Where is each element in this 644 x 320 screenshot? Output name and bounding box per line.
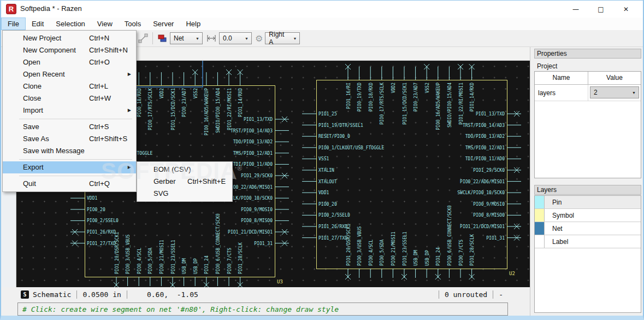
svg-text:USB_DP: USB_DP (425, 250, 430, 266)
menubar: FileEditSelectionViewToolsServerHelp (1, 18, 643, 30)
menu-item-bom-csv-[interactable]: BOM (CSV) (137, 164, 232, 176)
menu-item-label: BOM (CSV) (153, 165, 191, 173)
net-class-select[interactable]: Net ▼ (170, 32, 203, 44)
svg-text:SWDIO/PIO0_15/AD4: SWDIO/PIO0_15/AD4 (447, 83, 452, 127)
layer-row-net[interactable]: Net (535, 222, 641, 235)
svg-text:PIO0_7/CTS: PIO0_7/CTS (227, 248, 232, 274)
svg-text:PIO1_31: PIO1_31 (486, 236, 505, 241)
layers-header: Layers (534, 185, 641, 195)
net-class-icon[interactable] (157, 33, 168, 44)
svg-text:PIO1_24: PIO1_24 (436, 247, 441, 266)
menu-item-new-project[interactable]: New ProjectCtrl+N (3, 32, 136, 44)
svg-text:PIO0_17/RTS/SCLK: PIO0_17/RTS/SCLK (380, 83, 385, 125)
svg-text:PIO0_20: PIO0_20 (87, 207, 105, 212)
svg-text:PIO1_27/TXD: PIO1_27/TXD (318, 236, 347, 241)
menu-item-save-as[interactable]: Save AsCtrl+Shift+S (3, 133, 136, 145)
layer-label: Net (545, 222, 563, 235)
layer-row-label[interactable]: Label (535, 235, 641, 248)
menu-item-open[interactable]: OpenCtrl+O (3, 56, 136, 68)
layers-list: PinSymbolNetLabel (534, 195, 641, 313)
svg-text:RESET/PIO0_0: RESET/PIO0_0 (318, 134, 350, 139)
close-button[interactable]: ✕ (613, 1, 639, 18)
wire-width-select[interactable]: 0.0 ▼ (219, 32, 252, 44)
svg-text:PIO0_4/SCL: PIO0_4/SCL (137, 248, 142, 274)
menu-item-label: Quit (23, 179, 36, 188)
menubar-item-tools[interactable]: Tools (119, 18, 147, 30)
menubar-item-help[interactable]: Help (180, 18, 206, 30)
menu-item-label: Gerber (153, 177, 175, 185)
menu-item-import[interactable]: Import▶ (3, 104, 136, 117)
menu-item-shortcut: Ctrl+W (89, 92, 111, 104)
minimize-button[interactable]: — (563, 1, 588, 18)
menu-item-save-with-message[interactable]: Save with Message (3, 145, 136, 157)
menu-item-new-component[interactable]: New ComponentCtrl+Shift+N (3, 44, 136, 56)
menu-item-shortcut: Ctrl+Q (89, 178, 110, 190)
svg-text:TMS/PIO0_12/AD1: TMS/PIO0_12/AD1 (233, 151, 273, 156)
menu-item-open-recent[interactable]: Open Recent▶ (3, 68, 136, 80)
svg-text:PIO1_23/SSEL1: PIO1_23/SSEL1 (171, 240, 176, 274)
align-value: Right A (269, 31, 288, 46)
svg-text:PIO1_13/TXD: PIO1_13/TXD (476, 112, 505, 117)
menu-item-quit[interactable]: QuitCtrl+Q (3, 178, 136, 190)
svg-text:PIO0_1/CLKOUT/USB_FTOGGLE: PIO0_1/CLKOUT/USB_FTOGGLE (318, 146, 385, 150)
svg-text:XTALIN: XTALIN (318, 168, 334, 173)
menu-item-gerber[interactable]: GerberCtrl+Shift+E (137, 176, 232, 188)
svg-text:PIO1_21/DCD/MISO1: PIO1_21/DCD/MISO1 (460, 224, 505, 229)
svg-text:TMS/PIO0_12/AD1: TMS/PIO0_12/AD1 (465, 146, 505, 150)
svg-text:PIO1_22/RI/MOSI1: PIO1_22/RI/MOSI1 (227, 88, 232, 130)
layer-color-swatch (535, 196, 545, 208)
menu-item-export[interactable]: Export▶ (3, 161, 136, 173)
svg-text:XTALOUT: XTALOUT (318, 179, 337, 184)
properties-header: Properties (534, 49, 641, 59)
svg-text:TRST/PIO0_14/AD3: TRST/PIO0_14/AD3 (463, 123, 505, 128)
svg-text:PIO0_22/AD6/MISO1: PIO0_22/AD6/MISO1 (460, 179, 505, 184)
right-panel: Properties Project Name Value layers 2 ▼… (530, 47, 644, 317)
menu-item-save[interactable]: SaveCtrl+S (3, 121, 136, 133)
svg-text:PIO1_20/DSR/SCK1: PIO1_20/DSR/SCK1 (115, 232, 120, 274)
svg-text:PIO0_3/USB_VBUS: PIO0_3/USB_VBUS (126, 235, 131, 274)
svg-text:TDI/PIO0_11/AD0: TDI/PIO0_11/AD0 (233, 162, 273, 167)
menu-item-label: New Component (23, 46, 76, 54)
menu-item-close[interactable]: CloseCtrl+W (3, 92, 136, 104)
svg-text:VDD1: VDD1 (87, 196, 97, 201)
layer-row-pin[interactable]: Pin (535, 196, 641, 209)
maximize-button[interactable]: □ (588, 1, 613, 18)
app-logo-letter: R (9, 5, 14, 13)
svg-text:VSS2: VSS2 (425, 83, 430, 93)
svg-text:PIO0_18/RXD: PIO0_18/RXD (137, 88, 142, 117)
menu-separator (19, 119, 132, 119)
menu-item-label: Export (23, 163, 44, 171)
layer-row-symbol[interactable]: Symbol (535, 209, 641, 222)
menu-item-label: SVG (153, 189, 168, 197)
status-separator (76, 290, 77, 299)
svg-text:PIO0_9/MOSI0: PIO0_9/MOSI0 (241, 207, 273, 212)
svg-text:PIO0_22/AD6/MISO1: PIO0_22/AD6/MISO1 (228, 185, 273, 190)
menubar-item-server[interactable]: Server (147, 18, 180, 30)
menu-item-clone[interactable]: CloneCtrl+L (3, 80, 136, 92)
export-submenu: BOM (CSV)GerberCtrl+Shift+ESVG (137, 161, 233, 202)
menubar-item-file[interactable]: File (1, 18, 26, 30)
svg-text:PIO0_16/AD5/WAKEUP: PIO0_16/AD5/WAKEUP (436, 83, 441, 130)
table-row: layers 2 ▼ (535, 85, 641, 101)
svg-text:VSS2: VSS2 (193, 88, 198, 98)
menu-item-label: Close (23, 94, 41, 102)
gear-icon[interactable]: ⚙ (255, 33, 263, 44)
svg-text:PIO0_20: PIO0_20 (318, 202, 337, 207)
menubar-item-edit[interactable]: Edit (26, 18, 50, 30)
menubar-item-view[interactable]: View (91, 18, 119, 30)
align-select[interactable]: Right A ▼ (265, 32, 300, 44)
svg-text:VDD1: VDD1 (318, 190, 329, 195)
svg-text:PIO0_8/MISO0: PIO0_8/MISO0 (473, 213, 505, 218)
menubar-item-selection[interactable]: Selection (50, 18, 91, 30)
layer-label: Symbol (545, 209, 574, 222)
window-controls: — □ ✕ (563, 1, 639, 18)
svg-text:SWCLK/PIO0_10/SCK0: SWCLK/PIO0_10/SCK0 (457, 190, 505, 195)
svg-text:PIO0_23/AD7: PIO0_23/AD7 (413, 83, 418, 112)
svg-text:USB_DM: USB_DM (182, 258, 187, 274)
menu-item-svg[interactable]: SVG (137, 188, 232, 200)
layers-count-select[interactable]: 2 ▼ (590, 86, 639, 98)
submenu-arrow-icon: ▶ (128, 68, 131, 80)
wire-tool-icon[interactable] (138, 33, 149, 44)
svg-text:PIO0_5/SDA: PIO0_5/SDA (148, 248, 153, 274)
svg-text:PIO1_29/SCK0: PIO1_29/SCK0 (473, 168, 505, 173)
